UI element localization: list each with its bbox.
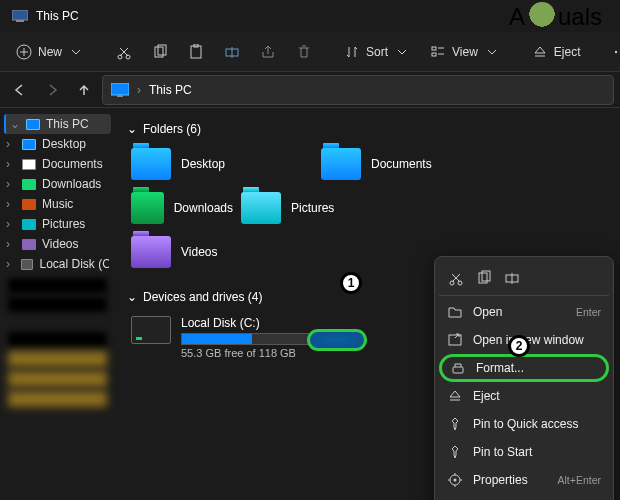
- sort-button[interactable]: Sort: [336, 40, 418, 64]
- share-icon: [260, 44, 276, 60]
- cm-pin-quick-access[interactable]: Pin to Quick access: [439, 410, 609, 438]
- sidebar-item-this-pc[interactable]: ⌄ This PC: [4, 114, 111, 134]
- cm-open[interactable]: Open Enter: [439, 298, 609, 326]
- folder-videos[interactable]: Videos: [127, 230, 317, 274]
- chevron-down-icon: [68, 44, 84, 60]
- folders-section-header[interactable]: ⌄ Folders (6): [127, 116, 608, 142]
- forward-button[interactable]: [38, 76, 66, 104]
- sidebar-label: Pictures: [42, 217, 85, 231]
- blurred-item: [8, 391, 107, 407]
- properties-icon: [447, 472, 463, 488]
- chevron-down-icon: ⌄: [10, 117, 20, 131]
- view-button[interactable]: View: [422, 40, 508, 64]
- cut-icon: [116, 44, 132, 60]
- cm-shortcut: Alt+Enter: [558, 474, 601, 486]
- highlighted-usb-drive[interactable]: [307, 329, 367, 351]
- folder-icon: [131, 148, 171, 180]
- folders-grid: Desktop Documents Downloads Pictures Vid…: [127, 142, 608, 274]
- copy-button[interactable]: [144, 40, 176, 64]
- cm-label: Properties: [473, 473, 528, 487]
- format-icon: [450, 360, 466, 376]
- eject-button[interactable]: Eject: [524, 40, 589, 64]
- pin-icon: [447, 416, 463, 432]
- rename-icon: [224, 44, 240, 60]
- cm-cut-button[interactable]: [443, 265, 469, 291]
- step-badge-2: 2: [508, 335, 530, 357]
- blurred-item: [8, 351, 107, 367]
- cut-button[interactable]: [108, 40, 140, 64]
- videos-icon: [22, 239, 36, 250]
- view-label: View: [452, 45, 478, 59]
- svg-rect-1: [16, 20, 24, 22]
- sidebar-item-local-disk[interactable]: ›Local Disk (C:): [0, 254, 115, 274]
- blurred-item: [8, 332, 107, 347]
- chevron-right-icon: ›: [137, 83, 141, 97]
- sidebar-item-desktop[interactable]: ›Desktop: [0, 134, 115, 154]
- folder-label: Pictures: [291, 201, 334, 215]
- svg-rect-0: [12, 10, 28, 20]
- sidebar-label: Music: [42, 197, 73, 211]
- breadcrumb-label: This PC: [149, 83, 192, 97]
- paste-button[interactable]: [180, 40, 212, 64]
- sidebar: ⌄ This PC ›Desktop ›Documents ›Downloads…: [0, 108, 115, 500]
- sidebar-item-music[interactable]: ›Music: [0, 194, 115, 214]
- sidebar-label: Videos: [42, 237, 78, 251]
- address-bar[interactable]: › This PC: [102, 75, 614, 105]
- sidebar-item-pictures[interactable]: ›Pictures: [0, 214, 115, 234]
- sidebar-label: Local Disk (C:): [39, 257, 109, 271]
- pictures-icon: [22, 219, 36, 230]
- eject-label: Eject: [554, 45, 581, 59]
- cm-rename-button[interactable]: [499, 265, 525, 291]
- sidebar-label: Downloads: [42, 177, 101, 191]
- pc-icon: [12, 8, 28, 24]
- svg-rect-23: [453, 367, 463, 373]
- folder-pictures[interactable]: Pictures: [237, 186, 427, 230]
- cm-label: Format...: [476, 361, 524, 375]
- svg-point-12: [614, 50, 616, 52]
- sidebar-item-documents[interactable]: ›Documents: [0, 154, 115, 174]
- svg-rect-16: [117, 95, 123, 97]
- svg-rect-11: [432, 53, 436, 56]
- sidebar-item-downloads[interactable]: ›Downloads: [0, 174, 115, 194]
- plus-circle-icon: [16, 44, 32, 60]
- chevron-right-icon: ›: [6, 137, 16, 151]
- cm-pin-start[interactable]: Pin to Start: [439, 438, 609, 466]
- rename-button[interactable]: [216, 40, 248, 64]
- folder-label: Downloads: [174, 201, 233, 215]
- cm-copy-button[interactable]: [471, 265, 497, 291]
- cm-properties[interactable]: Properties Alt+Enter: [439, 466, 609, 494]
- sidebar-label: Documents: [42, 157, 103, 171]
- cm-show-more[interactable]: Show more options Shift+F10–: [439, 494, 609, 500]
- svg-point-25: [454, 479, 457, 482]
- folder-icon: [22, 139, 36, 150]
- back-button[interactable]: [6, 76, 34, 104]
- nav-row: › This PC: [0, 72, 620, 108]
- delete-button[interactable]: [288, 40, 320, 64]
- more-button[interactable]: [605, 40, 620, 64]
- cm-eject[interactable]: Eject: [439, 382, 609, 410]
- watermark: A uals: [509, 2, 602, 32]
- chevron-down-icon: ⌄: [127, 290, 137, 304]
- chevron-down-icon: [394, 44, 410, 60]
- folder-documents[interactable]: Documents: [317, 142, 507, 186]
- pin-icon: [447, 444, 463, 460]
- blurred-item: [8, 371, 107, 387]
- drive-icon: [21, 259, 34, 270]
- new-button[interactable]: New: [8, 40, 92, 64]
- svg-rect-10: [432, 47, 436, 50]
- toolbar: New Sort View Eject: [0, 32, 620, 72]
- sidebar-label: This PC: [46, 117, 89, 131]
- up-button[interactable]: [70, 76, 98, 104]
- more-icon: [613, 44, 620, 60]
- cm-format[interactable]: Format...: [439, 354, 609, 382]
- sidebar-item-videos[interactable]: ›Videos: [0, 234, 115, 254]
- open-icon: [447, 304, 463, 320]
- sidebar-label: Desktop: [42, 137, 86, 151]
- music-icon: [22, 199, 36, 210]
- folder-downloads[interactable]: Downloads: [127, 186, 237, 230]
- folder-desktop[interactable]: Desktop: [127, 142, 317, 186]
- share-button[interactable]: [252, 40, 284, 64]
- blurred-item: [8, 278, 107, 293]
- paste-icon: [188, 44, 204, 60]
- folder-icon: [131, 236, 171, 268]
